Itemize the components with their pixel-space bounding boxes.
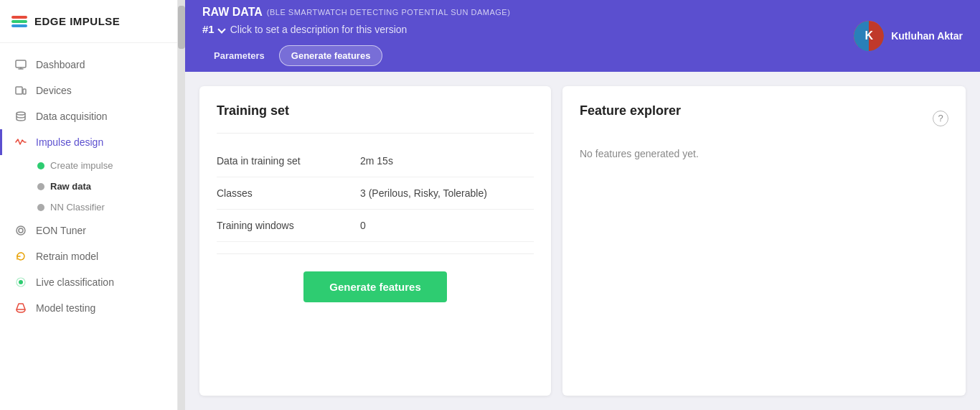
svg-point-5	[19, 228, 23, 233]
logo-text: EDGE IMPULSE	[34, 15, 120, 27]
training-set-divider	[217, 133, 534, 134]
avatar-graphic: K	[854, 21, 884, 51]
feature-explorer-title: Feature explorer	[580, 103, 681, 118]
header-raw-data-label: RAW DATA	[202, 6, 263, 19]
svg-rect-1	[16, 87, 22, 94]
version-description[interactable]: Click to set a description for this vers…	[230, 24, 407, 35]
monitor-icon	[14, 58, 27, 71]
live-icon	[14, 276, 27, 289]
header: RAW DATA (BLE SMARTWATCH DETECTING POTEN…	[185, 0, 980, 72]
stat-row-data-in-training: Data in training set 2m 15s	[217, 145, 534, 177]
training-set-divider-2	[217, 253, 534, 254]
training-set-card: Training set Data in training set 2m 15s…	[199, 86, 551, 396]
sidebar-item-label-dashboard: Dashboard	[36, 59, 85, 70]
logo-bar-2	[11, 20, 27, 23]
scrollbar-track[interactable]	[178, 0, 185, 410]
sidebar-sub-label-raw-data: Raw data	[50, 181, 91, 192]
version-chevron-icon	[217, 25, 225, 33]
stat-value-classes: 3 (Perilous, Risky, Tolerable)	[360, 187, 487, 199]
sidebar-item-dashboard[interactable]: Dashboard	[0, 52, 177, 78]
dot-raw-data	[37, 183, 44, 190]
version-number: #1	[202, 23, 215, 35]
sidebar-sub-label-nn-classifier: NN Classifier	[50, 202, 105, 213]
sidebar-item-model-testing[interactable]: Model testing	[0, 295, 177, 321]
sidebar-item-data-acquisition[interactable]: Data acquisition	[0, 103, 177, 129]
logo-icon	[11, 16, 27, 27]
svg-point-3	[17, 112, 25, 115]
sidebar-sub-item-raw-data[interactable]: Raw data	[0, 176, 177, 197]
generate-features-button[interactable]: Generate features	[303, 271, 447, 302]
sidebar-item-impulse-design[interactable]: Impulse design	[0, 129, 177, 155]
username-label: Kutluhan Aktar	[891, 30, 963, 42]
feature-explorer-card: Feature explorer ? No features generated…	[562, 86, 966, 396]
no-features-text: No features generated yet.	[580, 148, 699, 159]
header-version-row: #1 Click to set a description for this v…	[202, 23, 510, 35]
sidebar-item-devices[interactable]: Devices	[0, 78, 177, 103]
logo-bar-3	[11, 24, 27, 27]
help-icon[interactable]: ?	[933, 111, 948, 126]
header-tabs: Parameters Generate features	[202, 45, 510, 66]
devices-icon	[14, 84, 27, 97]
sidebar-item-live-classification[interactable]: Live classification	[0, 269, 177, 295]
sidebar-logo: EDGE IMPULSE	[0, 0, 177, 43]
database-icon	[14, 110, 27, 123]
sidebar: EDGE IMPULSE Dashboard Devices	[0, 0, 178, 410]
avatar-letter: K	[864, 29, 873, 42]
sidebar-item-label-data-acquisition: Data acquisition	[36, 111, 108, 122]
svg-rect-2	[23, 89, 26, 94]
sidebar-item-label-model-testing: Model testing	[36, 302, 95, 314]
header-user: K Kutluhan Aktar	[854, 21, 963, 51]
sidebar-sub-label-create-impulse: Create impulse	[50, 160, 113, 171]
svg-point-6	[19, 280, 23, 284]
sidebar-item-label-eon-tuner: EON Tuner	[36, 225, 86, 236]
feature-explorer-header: Feature explorer ?	[580, 103, 948, 133]
logo-bar-1	[11, 16, 27, 19]
stat-label-data-in-training: Data in training set	[217, 155, 360, 167]
header-title-row: RAW DATA (BLE SMARTWATCH DETECTING POTEN…	[202, 6, 510, 19]
sidebar-item-label-live-classification: Live classification	[36, 276, 114, 288]
tab-parameters[interactable]: Parameters	[202, 45, 276, 66]
main-content: RAW DATA (BLE SMARTWATCH DETECTING POTEN…	[185, 0, 980, 410]
sidebar-item-label-retrain-model: Retrain model	[36, 251, 98, 262]
user-avatar: K	[854, 21, 884, 51]
content-area: Training set Data in training set 2m 15s…	[185, 72, 980, 410]
stat-row-training-windows: Training windows 0	[217, 210, 534, 242]
stat-value-training-windows: 0	[360, 220, 366, 231]
svg-point-4	[17, 226, 25, 235]
sidebar-sub-item-nn-classifier[interactable]: NN Classifier	[0, 197, 177, 218]
stat-label-training-windows: Training windows	[217, 220, 360, 231]
sidebar-item-eon-tuner[interactable]: EON Tuner	[0, 218, 177, 243]
tab-generate-features[interactable]: Generate features	[279, 45, 383, 66]
sidebar-item-retrain-model[interactable]: Retrain model	[0, 243, 177, 269]
dot-nn-classifier	[37, 204, 44, 211]
activity-icon	[14, 136, 27, 149]
sidebar-sub-item-create-impulse[interactable]: Create impulse	[0, 155, 177, 176]
eon-icon	[14, 224, 27, 237]
stat-row-classes: Classes 3 (Perilous, Risky, Tolerable)	[217, 177, 534, 210]
header-left: RAW DATA (BLE SMARTWATCH DETECTING POTEN…	[202, 6, 510, 66]
dot-create-impulse	[37, 162, 44, 169]
stat-value-data-in-training: 2m 15s	[360, 155, 393, 167]
header-subtitle: (BLE SMARTWATCH DETECTING POTENTIAL SUN …	[267, 8, 510, 17]
stat-label-classes: Classes	[217, 187, 360, 199]
retrain-icon	[14, 250, 27, 263]
training-set-title: Training set	[217, 103, 534, 118]
version-badge[interactable]: #1	[202, 23, 225, 35]
scrollbar-thumb[interactable]	[178, 6, 185, 49]
sidebar-nav: Dashboard Devices Data acquisition	[0, 43, 177, 410]
test-icon	[14, 302, 27, 315]
sidebar-item-label-devices: Devices	[36, 85, 72, 96]
svg-rect-0	[16, 60, 26, 67]
sidebar-item-label-impulse-design: Impulse design	[36, 136, 103, 148]
